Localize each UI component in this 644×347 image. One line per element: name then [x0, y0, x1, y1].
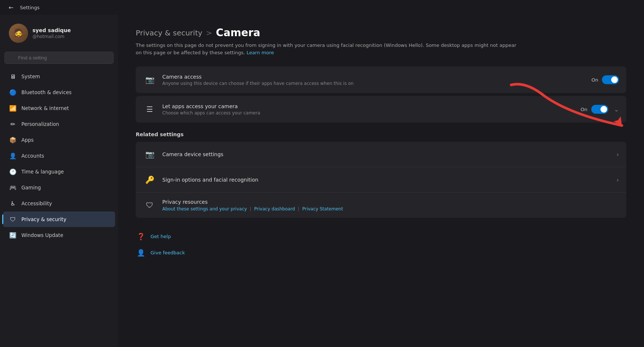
apps-camera-icon: ☰ — [143, 103, 156, 116]
sidebar-item-label: Bluetooth & devices — [21, 89, 72, 95]
let-apps-row: ☰ Let apps access your camera Choose whi… — [136, 96, 626, 123]
let-apps-title: Let apps access your camera — [162, 103, 581, 109]
breadcrumb-separator: > — [206, 28, 212, 37]
accessibility-icon: ♿ — [9, 199, 17, 207]
sidebar-item-privacy-security[interactable]: 🛡 Privacy & security — [3, 212, 115, 227]
privacy-resources-links: About these settings and your privacy | … — [162, 206, 343, 212]
camera-device-icon: 📷 — [143, 148, 156, 161]
sidebar-item-label: Personalization — [21, 121, 59, 127]
privacy-settings-link[interactable]: About these settings and your privacy — [162, 206, 247, 212]
learn-more-link[interactable]: Learn more — [247, 50, 274, 55]
sidebar-item-label: System — [21, 73, 40, 79]
privacy-resources-title: Privacy resources — [162, 199, 343, 205]
get-help-icon: ❓ — [136, 231, 146, 241]
content-wrapper: Privacy & security > Camera The settings… — [118, 15, 644, 347]
nav-list: 🖥 System 🔵 Bluetooth & devices 📶 Network… — [0, 68, 118, 243]
camera-access-toggle-label: On — [592, 77, 598, 83]
give-feedback-link[interactable]: 👤 Give feedback — [136, 244, 626, 261]
camera-access-row: 📷 Camera access Anyone using this device… — [136, 66, 626, 93]
titlebar: ← Settings — [0, 0, 644, 15]
privacy-dashboard-link[interactable]: Privacy dashboard — [254, 206, 295, 212]
camera-access-desc: Anyone using this device can choose if t… — [162, 81, 592, 86]
windows-update-icon: 🔄 — [9, 231, 17, 239]
sidebar-item-windows-update[interactable]: 🔄 Windows Update — [3, 227, 115, 243]
apps-icon: 📦 — [9, 136, 17, 144]
search-container: 🔍 — [4, 52, 114, 64]
sidebar-item-label: Time & language — [21, 169, 64, 175]
breadcrumb: Privacy & security > Camera — [136, 27, 626, 39]
let-apps-card: ☰ Let apps access your camera Choose whi… — [136, 96, 626, 123]
camera-access-toggle-wrapper: On — [592, 75, 619, 84]
personalization-icon: ✏️ — [9, 120, 17, 128]
sidebar-item-gaming[interactable]: 🎮 Gaming — [3, 180, 115, 195]
user-profile[interactable]: 🧔 syed sadique @hotmail.com — [3, 19, 115, 49]
give-feedback-text: Give feedback — [150, 250, 185, 255]
titlebar-title: Settings — [20, 5, 39, 10]
get-help-link[interactable]: ❓ Get help — [136, 228, 626, 244]
let-apps-toggle-label: On — [581, 107, 587, 112]
privacy-statement-link[interactable]: Privacy Statement — [302, 206, 343, 212]
network-icon: 📶 — [9, 104, 17, 112]
sidebar-item-time-language[interactable]: 🕐 Time & language — [3, 164, 115, 179]
sidebar-item-label: Network & internet — [21, 105, 69, 111]
camera-device-settings-item[interactable]: 📷 Camera device settings › — [136, 142, 626, 167]
sidebar-item-accessibility[interactable]: ♿ Accessibility — [3, 196, 115, 211]
related-settings-card: 📷 Camera device settings › 🔑 Sign-in opt… — [136, 142, 626, 218]
sidebar-item-network[interactable]: 📶 Network & internet — [3, 100, 115, 116]
system-icon: 🖥 — [9, 72, 17, 80]
time-icon: 🕐 — [9, 168, 17, 176]
privacy-icon: 🛡 — [9, 215, 17, 223]
help-section: ❓ Get help 👤 Give feedback — [136, 228, 626, 261]
sign-in-options-text: Sign-in options and facial recognition — [162, 177, 617, 183]
camera-icon: 📷 — [143, 73, 156, 86]
camera-access-card: 📷 Camera access Anyone using this device… — [136, 66, 626, 93]
sidebar-item-bluetooth[interactable]: 🔵 Bluetooth & devices — [3, 85, 115, 100]
user-name: syed sadique — [32, 27, 71, 33]
sidebar-item-apps[interactable]: 📦 Apps — [3, 132, 115, 148]
sidebar-item-accounts[interactable]: 👤 Accounts — [3, 148, 115, 164]
bluetooth-icon: 🔵 — [9, 88, 17, 96]
sidebar-item-label: Windows Update — [21, 232, 63, 238]
gaming-icon: 🎮 — [9, 183, 17, 192]
sidebar-item-label: Apps — [21, 137, 34, 143]
sidebar-item-label: Accounts — [21, 153, 44, 159]
camera-access-toggle[interactable] — [602, 75, 619, 84]
main-content: Privacy & security > Camera The settings… — [118, 15, 644, 272]
let-apps-toggle-wrapper: On ⌄ — [581, 105, 619, 114]
sidebar-item-personalization[interactable]: ✏️ Personalization — [3, 116, 115, 132]
app-body: 🧔 syed sadique @hotmail.com 🔍 🖥 System 🔵… — [0, 15, 644, 347]
sidebar-item-label: Accessibility — [21, 200, 52, 206]
sign-in-chevron-icon: › — [617, 176, 619, 183]
related-settings-heading: Related settings — [136, 131, 626, 137]
breadcrumb-parent[interactable]: Privacy & security — [136, 28, 202, 37]
let-apps-expand-icon[interactable]: ⌄ — [614, 106, 619, 113]
user-email: @hotmail.com — [32, 34, 71, 39]
camera-access-title: Camera access — [162, 74, 592, 80]
page-description: The settings on this page do not prevent… — [136, 42, 523, 56]
avatar: 🧔 — [9, 24, 28, 43]
accounts-icon: 👤 — [9, 152, 17, 160]
sidebar-item-label: Gaming — [21, 185, 41, 190]
privacy-resources-icon: 🛡 — [143, 199, 156, 212]
breadcrumb-current: Camera — [216, 27, 260, 39]
camera-device-settings-text: Camera device settings — [162, 151, 617, 157]
sidebar-item-system[interactable]: 🖥 System — [3, 69, 115, 84]
sidebar-item-label: Privacy & security — [21, 216, 66, 222]
privacy-resources-item: 🛡 Privacy resources About these settings… — [136, 192, 626, 218]
back-button[interactable]: ← — [6, 2, 16, 13]
let-apps-desc: Choose which apps can access your camera — [162, 110, 581, 116]
search-wrapper: 🔍 — [0, 52, 118, 68]
give-feedback-icon: 👤 — [136, 247, 146, 258]
get-help-text: Get help — [150, 234, 171, 239]
sidebar: 🧔 syed sadique @hotmail.com 🔍 🖥 System 🔵… — [0, 15, 118, 347]
search-input[interactable] — [4, 52, 114, 64]
camera-device-chevron-icon: › — [617, 151, 619, 158]
sign-in-icon: 🔑 — [143, 173, 156, 186]
let-apps-toggle[interactable] — [591, 105, 608, 114]
sign-in-options-item[interactable]: 🔑 Sign-in options and facial recognition… — [136, 167, 626, 192]
